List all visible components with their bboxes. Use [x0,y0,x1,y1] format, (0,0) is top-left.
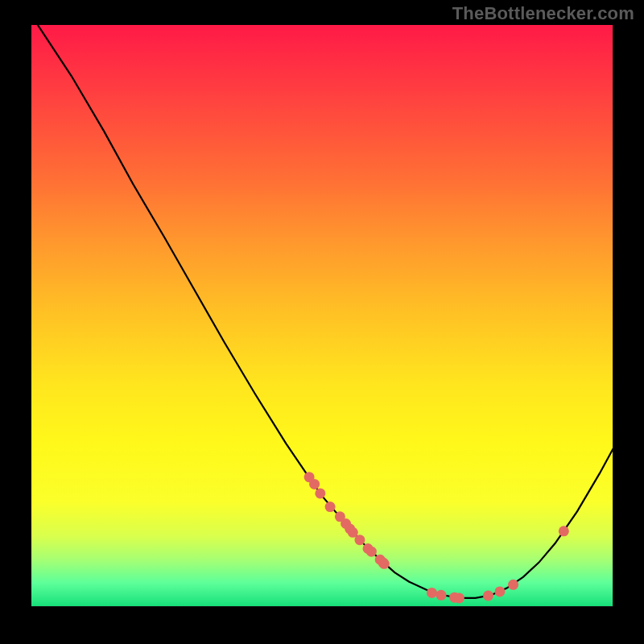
data-point [454,592,464,603]
data-points-group [304,472,569,603]
data-point [379,559,390,569]
data-point [494,586,505,597]
data-point [309,479,320,489]
data-point [483,591,493,601]
data-point [325,502,336,512]
data-point [427,588,437,598]
data-point [559,526,569,536]
data-point [436,590,447,601]
data-point [315,488,325,498]
data-point [366,547,377,557]
bottleneck-curve [35,25,613,598]
data-point [354,535,365,545]
source-attribution: TheBottlenecker.com [452,3,634,24]
chart-overlay [31,25,613,606]
data-point [508,580,518,590]
